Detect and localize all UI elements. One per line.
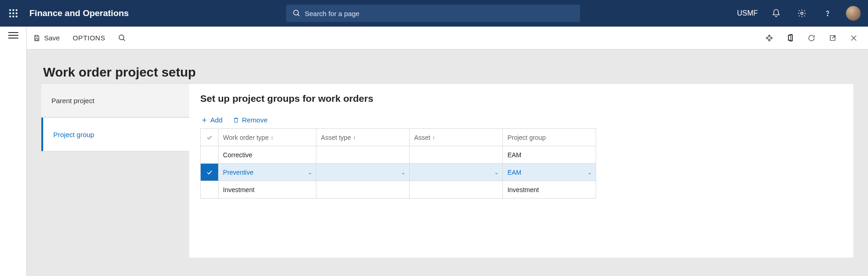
cell-asset[interactable]: ⌄ [409, 164, 502, 181]
hamburger-icon [8, 32, 18, 39]
cell-asset-type[interactable] [316, 146, 409, 164]
svg-rect-13 [35, 38, 38, 40]
page-search-button[interactable] [112, 27, 133, 50]
row-selector[interactable] [201, 164, 219, 181]
svg-point-14 [119, 35, 124, 40]
attachments-button[interactable] [759, 27, 780, 50]
detail-panel: Set up project groups for work orders Ad… [189, 83, 853, 258]
row-selector[interactable] [201, 146, 219, 164]
bell-icon [772, 9, 781, 18]
cell-work-order-type[interactable]: Investment [218, 181, 316, 199]
svg-point-12 [827, 15, 828, 16]
page-title: Work order project setup [43, 65, 853, 80]
sort-asc-icon: ↑ [432, 135, 435, 141]
tab-project-group[interactable]: Project group [41, 117, 189, 151]
global-search-input[interactable] [304, 10, 573, 17]
search-icon [118, 34, 126, 42]
user-avatar[interactable] [846, 6, 861, 21]
notifications-button[interactable] [766, 0, 786, 27]
save-icon [33, 34, 40, 42]
diamond-grid-icon [765, 34, 773, 42]
cell-project-group[interactable]: EAM⌄ [502, 164, 596, 181]
settings-button[interactable] [792, 0, 812, 27]
cell-asset[interactable] [409, 181, 502, 199]
office-icon [787, 34, 794, 42]
col-project-group[interactable]: Project group [502, 129, 596, 146]
options-menu[interactable]: OPTIONS [66, 27, 112, 50]
svg-point-7 [12, 16, 14, 17]
remove-label: Remove [242, 116, 268, 124]
chevron-down-icon[interactable]: ⌄ [308, 169, 312, 176]
tab-label: Project group [53, 131, 94, 138]
check-icon [206, 134, 213, 141]
table-row[interactable]: Preventive⌄ ⌄ ⌄ EAM⌄ [201, 164, 596, 181]
chevron-down-icon[interactable]: ⌄ [587, 169, 592, 176]
sort-asc-icon: ↑ [353, 135, 355, 141]
help-button[interactable] [817, 0, 838, 27]
chevron-down-icon[interactable]: ⌄ [401, 169, 406, 176]
svg-point-4 [12, 12, 14, 14]
svg-point-8 [16, 16, 17, 17]
cell-project-group[interactable]: EAM [502, 146, 596, 164]
top-navbar: Finance and Operations USMF [0, 0, 868, 27]
panel-title: Set up project groups for work orders [200, 93, 842, 104]
close-button[interactable] [843, 27, 864, 50]
grid-select-all[interactable] [201, 129, 219, 146]
svg-point-2 [16, 9, 17, 11]
col-work-order-type[interactable]: Work order type↑ [218, 129, 316, 146]
tab-label: Parent project [51, 97, 94, 105]
search-icon [293, 9, 301, 17]
svg-point-3 [9, 12, 11, 14]
close-icon [850, 34, 857, 42]
svg-point-0 [9, 9, 11, 11]
refresh-button[interactable] [801, 27, 822, 50]
global-search[interactable] [286, 5, 580, 22]
waffle-icon [9, 9, 17, 17]
tab-parent-project[interactable]: Parent project [41, 83, 189, 117]
cell-asset-type[interactable]: ⌄ [316, 164, 409, 181]
svg-line-15 [123, 39, 125, 41]
grid-toolbar: Add Remove [200, 116, 842, 124]
add-label: Add [210, 116, 223, 124]
nav-hamburger-button[interactable] [8, 32, 18, 276]
plus-icon [201, 117, 208, 123]
brand-title: Finance and Operations [27, 8, 129, 18]
refresh-icon [807, 34, 816, 42]
project-group-grid: Work order type↑ Asset type↑ Asset↑ Proj… [200, 128, 596, 199]
svg-point-11 [800, 12, 803, 15]
row-selector[interactable] [201, 181, 219, 199]
cell-asset[interactable] [409, 146, 502, 164]
chevron-down-icon[interactable]: ⌄ [494, 169, 499, 176]
col-asset[interactable]: Asset↑ [409, 129, 502, 146]
cell-work-order-type[interactable]: Corrective [218, 146, 316, 164]
save-button[interactable]: Save [27, 27, 66, 50]
gear-icon [797, 9, 806, 18]
cell-project-group[interactable]: Investment [502, 181, 596, 199]
company-picker[interactable]: USMF [737, 9, 758, 17]
cell-work-order-type[interactable]: Preventive⌄ [218, 164, 316, 181]
remove-row-button[interactable]: Remove [233, 116, 268, 124]
help-icon [823, 9, 832, 18]
app-launcher-button[interactable] [0, 0, 27, 27]
save-label: Save [44, 34, 60, 42]
svg-point-5 [16, 12, 17, 14]
svg-point-1 [12, 9, 14, 11]
svg-point-9 [293, 10, 299, 15]
command-bar: Save OPTIONS [27, 27, 868, 50]
options-label: OPTIONS [73, 34, 105, 42]
office-button[interactable] [780, 27, 801, 50]
table-row[interactable]: Investment Investment [201, 181, 596, 199]
popout-button[interactable] [822, 27, 843, 50]
page-body: Work order project setup Parent project … [27, 50, 868, 276]
nav-rail [0, 27, 27, 276]
col-asset-type[interactable]: Asset type↑ [316, 129, 409, 146]
sort-asc-icon: ↑ [271, 135, 273, 141]
add-row-button[interactable]: Add [201, 116, 223, 124]
svg-line-10 [298, 14, 299, 16]
check-icon [206, 169, 213, 176]
side-tabs: Parent project Project group [41, 83, 189, 151]
table-row[interactable]: Corrective EAM [201, 146, 596, 164]
cell-asset-type[interactable] [316, 181, 409, 199]
svg-point-6 [9, 16, 11, 17]
trash-icon [233, 116, 239, 124]
